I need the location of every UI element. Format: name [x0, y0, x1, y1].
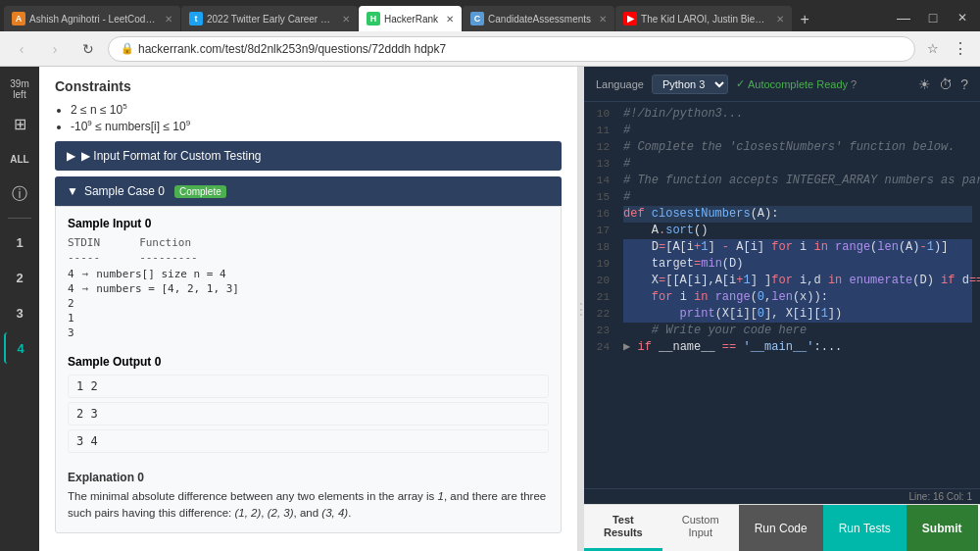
table-row: 2: [68, 297, 549, 310]
explanation-0-title: Explanation 0: [68, 471, 549, 484]
col-stdin: STDIN: [68, 236, 100, 249]
tab-label-leetcode: Ashish Agnihotri - LeetCode Pro...: [29, 14, 157, 25]
sidebar-icon-all[interactable]: ALL: [4, 143, 35, 175]
tab-test-results[interactable]: Test Results: [584, 505, 662, 551]
new-tab-button[interactable]: +: [793, 8, 816, 31]
tab-candidate[interactable]: C CandidateAssessments ✕: [463, 6, 614, 31]
bottom-tabs: Test Results Custom Input: [584, 505, 739, 551]
func-val: numbers[] size n = 4: [96, 268, 225, 280]
sidebar-divider: [8, 218, 31, 219]
line-status: Line: 16 Col: 1: [584, 488, 980, 504]
tab-custom-input[interactable]: Custom Input: [662, 505, 739, 551]
brightness-icon[interactable]: ☀: [918, 76, 931, 92]
bottom-actions: Run Code Run Tests Submit: [739, 505, 978, 551]
back-button[interactable]: ‹: [8, 35, 35, 63]
toolbar-icons: ☀ ⏱ ?: [918, 76, 968, 92]
editor-panel: Language Python 3 Java C++ ✓ Autocomplet…: [584, 67, 980, 551]
tab-leetcode[interactable]: A Ashish Agnihotri - LeetCode Pro... ✕: [4, 6, 180, 31]
editor-toolbar: Language Python 3 Java C++ ✓ Autocomplet…: [584, 67, 980, 102]
sample-case-0-header[interactable]: ▼ Sample Case 0 Complete: [55, 176, 562, 206]
forward-button[interactable]: ›: [41, 35, 69, 63]
tab-close-hackerrank[interactable]: ✕: [446, 14, 454, 25]
tab-favicon-twitter: t: [189, 12, 203, 25]
tab-label-twitter: 2022 Twitter Early Career Engin...: [207, 14, 334, 25]
code-line-19: target=min(D): [623, 256, 972, 273]
code-line-10: #!/bin/python3...: [623, 106, 972, 123]
stdin-val: 4: [68, 268, 74, 280]
bookmark-icon[interactable]: ☆: [921, 37, 945, 61]
input-format-section[interactable]: ▶ ▶ Input Format for Custom Testing: [55, 141, 562, 171]
submit-button[interactable]: Submit: [906, 505, 978, 551]
code-line-11: #: [623, 123, 972, 139]
sample-table: STDIN Function ----- --------- 4 → numbe…: [68, 236, 549, 339]
constraints-list: 2 ≤ n ≤ 105 -109 ≤ numbers[i] ≤ 109: [71, 102, 562, 133]
address-text: hackerrank.com/test/8d2nlk253n9/question…: [138, 42, 446, 56]
reload-button[interactable]: ↻: [74, 35, 102, 63]
tab-close-twitter[interactable]: ✕: [342, 14, 350, 25]
sidebar-icon-grid[interactable]: ⊞: [4, 108, 35, 139]
col-function: Function: [139, 236, 191, 249]
sample-case-0-label: Sample Case 0: [84, 184, 165, 198]
language-label: Language: [596, 78, 644, 90]
constraint-2: -109 ≤ numbers[i] ≤ 109: [71, 119, 562, 133]
sidebar: 39m left ⊞ ALL ⓘ 1 2 3 4: [0, 67, 39, 551]
arrow-icon: →: [82, 282, 89, 295]
tab-hackerrank[interactable]: H HackerRank ✕: [359, 6, 462, 31]
table-row: 3: [68, 326, 549, 339]
code-line-18: D=[A[i+1] - A[i] for i in range(len(A)-1…: [623, 239, 972, 256]
tab-label-youtube: The Kid LAROI, Justin Bieber - St...: [641, 14, 768, 25]
tab-favicon-youtube: ▶: [623, 12, 637, 25]
autocomplete-label: Autocomplete Ready: [748, 78, 848, 90]
maximize-button[interactable]: □: [919, 4, 947, 31]
address-input[interactable]: 🔒 hackerrank.com/test/8d2nlk253n9/questi…: [108, 36, 915, 62]
table-row: 4 → numbers[] size n = 4: [68, 268, 549, 280]
code-line-13: #: [623, 156, 972, 173]
code-line-12: # Complete the 'closestNumbers' function…: [623, 139, 972, 156]
main-layout: 39m left ⊞ ALL ⓘ 1 2 3 4 Constraints 2 ≤…: [0, 67, 980, 551]
test-results-line1: Test: [612, 514, 634, 526]
history-icon[interactable]: ⏱: [939, 76, 953, 92]
address-bar-row: ‹ › ↻ 🔒 hackerrank.com/test/8d2nlk253n9/…: [0, 31, 980, 67]
run-tests-button[interactable]: Run Tests: [823, 505, 906, 551]
checkmark-icon: ✓: [736, 77, 745, 90]
tab-youtube[interactable]: ▶ The Kid LAROI, Justin Bieber - St... ✕: [615, 6, 792, 31]
bottom-bar: Test Results Custom Input Run Code Run T…: [584, 504, 980, 551]
autocomplete-badge: ✓ Autocomplete Ready ?: [736, 77, 857, 90]
tab-favicon-leetcode: A: [12, 12, 25, 25]
sidebar-item-4[interactable]: 4: [4, 332, 35, 364]
code-content[interactable]: #!/bin/python3... # # Complete the 'clos…: [615, 102, 980, 488]
timer-display: 39m left: [2, 75, 37, 104]
close-button[interactable]: ✕: [949, 4, 976, 31]
minimize-button[interactable]: —: [890, 4, 917, 31]
tab-twitter[interactable]: t 2022 Twitter Early Career Engin... ✕: [181, 6, 358, 31]
sidebar-item-1[interactable]: 1: [4, 226, 35, 258]
stdin-val: 3: [68, 326, 74, 339]
test-results-line2: Results: [604, 526, 643, 539]
func-val: numbers = [4, 2, 1, 3]: [96, 282, 239, 295]
arrow-icon: →: [82, 268, 89, 280]
stdin-val: 1: [68, 312, 74, 325]
code-line-20: X=[[A[i],A[i+1] ]for i,d in enumerate(D)…: [623, 273, 972, 289]
sidebar-item-3[interactable]: 3: [4, 297, 35, 328]
stdin-val: 2: [68, 297, 74, 310]
constraints-title: Constraints: [55, 78, 562, 94]
editor-body[interactable]: 10 11 12 13 14 15 16 17 18 19 20 21 22 2…: [584, 102, 980, 488]
help-icon: ?: [851, 78, 857, 90]
custom-input-line1: Custom: [682, 514, 719, 526]
sample-input-0-title: Sample Input 0: [68, 217, 549, 230]
code-line-21: for i in range(0,len(x)):: [623, 289, 972, 306]
tab-close-candidate[interactable]: ✕: [599, 14, 607, 25]
sample-case-0-arrow-icon: ▼: [67, 184, 78, 198]
run-code-button[interactable]: Run Code: [739, 505, 823, 551]
language-select[interactable]: Python 3 Java C++: [652, 75, 728, 94]
tab-close-leetcode[interactable]: ✕: [165, 14, 172, 25]
help-toolbar-icon[interactable]: ?: [960, 76, 968, 92]
line-numbers: 10 11 12 13 14 15 16 17 18 19 20 21 22 2…: [584, 102, 615, 488]
sidebar-icon-info[interactable]: ⓘ: [4, 178, 35, 210]
tab-close-youtube[interactable]: ✕: [776, 14, 784, 25]
input-format-arrow-icon: ▶: [67, 149, 75, 163]
browser-menu-icon[interactable]: ⋮: [949, 37, 972, 61]
code-line-22: print(X[i][0], X[i][1]): [623, 306, 972, 323]
problem-panel: Constraints 2 ≤ n ≤ 105 -109 ≤ numbers[i…: [39, 67, 578, 551]
sidebar-item-2[interactable]: 2: [4, 262, 35, 293]
